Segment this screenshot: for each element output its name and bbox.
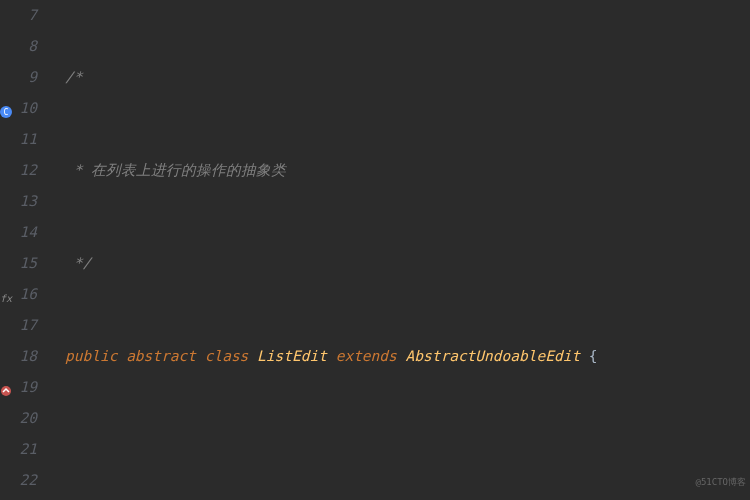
line-number: 11 <box>0 124 37 155</box>
code-area[interactable]: /* * 在列表上进行的操作的抽象类 */ public abstract cl… <box>55 0 621 500</box>
svg-text:C: C <box>4 108 9 117</box>
comment: */ <box>65 255 91 271</box>
code-line: /* <box>65 62 621 93</box>
line-number: 12 <box>0 155 37 186</box>
svg-point-3 <box>1 386 11 396</box>
line-number: 22 <box>0 465 37 496</box>
comment: * 在列表上进行的操作的抽象类 <box>65 162 286 178</box>
line-number: 20 <box>0 403 37 434</box>
override-icon[interactable] <box>0 379 14 395</box>
line-number: 13 <box>0 186 37 217</box>
code-line: */ <box>65 248 621 279</box>
line-number: 7 <box>0 0 37 31</box>
brace-open: { <box>589 348 598 364</box>
code-line: public abstract class ListEdit extends A… <box>65 341 621 372</box>
code-editor: 7 8 9 C 10 11 12 13 14 15 fx 16 17 18 19… <box>0 0 750 500</box>
line-number: 15 <box>0 248 37 279</box>
line-number: 21 <box>0 434 37 465</box>
keyword-class: class <box>205 348 249 364</box>
keyword-abstract: abstract <box>126 348 196 364</box>
code-line: * 在列表上进行的操作的抽象类 <box>65 155 621 186</box>
line-number: C 10 <box>0 93 37 124</box>
keyword-public: public <box>65 348 117 364</box>
line-number: 19 <box>0 372 37 403</box>
comment: /* <box>65 69 82 85</box>
superclass-name: AbstractUndoableEdit <box>406 348 581 364</box>
code-line <box>65 434 621 465</box>
abstract-method-icon[interactable]: fx <box>0 286 14 302</box>
class-icon[interactable]: C <box>0 100 14 116</box>
line-number: 9 <box>0 62 37 93</box>
line-number: 18 <box>0 341 37 372</box>
line-number: fx 16 <box>0 279 37 310</box>
line-number: 8 <box>0 31 37 62</box>
watermark: @51CTO博客 <box>695 467 746 498</box>
gutter: 7 8 9 C 10 11 12 13 14 15 fx 16 17 18 19… <box>0 0 55 500</box>
keyword-extends: extends <box>336 348 397 364</box>
svg-text:fx: fx <box>0 293 13 304</box>
line-number: 14 <box>0 217 37 248</box>
line-number: 17 <box>0 310 37 341</box>
class-name: ListEdit <box>257 348 327 364</box>
